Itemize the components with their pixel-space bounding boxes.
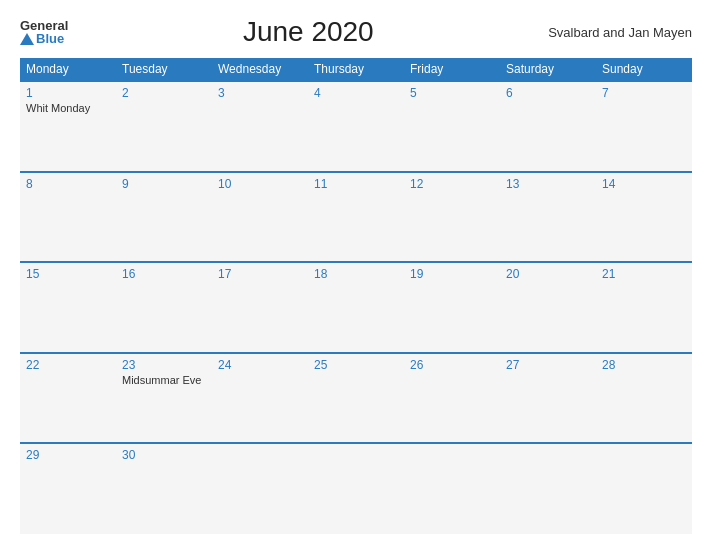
table-row: 15 xyxy=(20,262,116,353)
table-row: 21 xyxy=(596,262,692,353)
day-number: 7 xyxy=(602,86,686,100)
day-number: 10 xyxy=(218,177,302,191)
calendar-week-row: 2930 xyxy=(20,443,692,534)
calendar-week-row: 15161718192021 xyxy=(20,262,692,353)
calendar-week-row: 1Whit Monday234567 xyxy=(20,81,692,172)
table-row: 13 xyxy=(500,172,596,263)
day-number: 15 xyxy=(26,267,110,281)
table-row: 27 xyxy=(500,353,596,444)
calendar-header: General Blue June 2020 Svalbard and Jan … xyxy=(20,16,692,48)
table-row: 9 xyxy=(116,172,212,263)
day-number: 25 xyxy=(314,358,398,372)
table-row: 12 xyxy=(404,172,500,263)
calendar-week-row: 891011121314 xyxy=(20,172,692,263)
weekday-thursday: Thursday xyxy=(308,58,404,81)
day-number: 23 xyxy=(122,358,206,372)
day-number: 14 xyxy=(602,177,686,191)
table-row: 17 xyxy=(212,262,308,353)
weekday-sunday: Sunday xyxy=(596,58,692,81)
day-number: 19 xyxy=(410,267,494,281)
day-number: 1 xyxy=(26,86,110,100)
calendar-page: General Blue June 2020 Svalbard and Jan … xyxy=(0,0,712,550)
table-row xyxy=(404,443,500,534)
table-row: 14 xyxy=(596,172,692,263)
day-number: 26 xyxy=(410,358,494,372)
day-number: 18 xyxy=(314,267,398,281)
table-row: 30 xyxy=(116,443,212,534)
weekday-saturday: Saturday xyxy=(500,58,596,81)
table-row: 16 xyxy=(116,262,212,353)
day-number: 2 xyxy=(122,86,206,100)
day-number: 16 xyxy=(122,267,206,281)
day-number: 4 xyxy=(314,86,398,100)
table-row: 25 xyxy=(308,353,404,444)
calendar-week-row: 2223Midsummar Eve2425262728 xyxy=(20,353,692,444)
table-row: 1Whit Monday xyxy=(20,81,116,172)
table-row xyxy=(308,443,404,534)
table-row: 4 xyxy=(308,81,404,172)
table-row: 28 xyxy=(596,353,692,444)
logo: General Blue xyxy=(20,19,68,45)
weekday-header-row: Monday Tuesday Wednesday Thursday Friday… xyxy=(20,58,692,81)
day-number: 12 xyxy=(410,177,494,191)
table-row: 18 xyxy=(308,262,404,353)
day-event: Whit Monday xyxy=(26,102,110,114)
day-number: 8 xyxy=(26,177,110,191)
table-row: 2 xyxy=(116,81,212,172)
table-row: 7 xyxy=(596,81,692,172)
day-number: 28 xyxy=(602,358,686,372)
day-number: 30 xyxy=(122,448,206,462)
table-row: 5 xyxy=(404,81,500,172)
region-label: Svalbard and Jan Mayen xyxy=(548,25,692,40)
day-number: 29 xyxy=(26,448,110,462)
table-row: 26 xyxy=(404,353,500,444)
table-row: 19 xyxy=(404,262,500,353)
weekday-wednesday: Wednesday xyxy=(212,58,308,81)
calendar-table: Monday Tuesday Wednesday Thursday Friday… xyxy=(20,58,692,534)
table-row xyxy=(500,443,596,534)
table-row xyxy=(596,443,692,534)
table-row: 10 xyxy=(212,172,308,263)
day-number: 21 xyxy=(602,267,686,281)
logo-blue-text: Blue xyxy=(20,32,68,45)
day-number: 5 xyxy=(410,86,494,100)
weekday-monday: Monday xyxy=(20,58,116,81)
day-number: 6 xyxy=(506,86,590,100)
day-number: 13 xyxy=(506,177,590,191)
table-row: 11 xyxy=(308,172,404,263)
table-row: 6 xyxy=(500,81,596,172)
weekday-friday: Friday xyxy=(404,58,500,81)
day-number: 17 xyxy=(218,267,302,281)
table-row: 3 xyxy=(212,81,308,172)
table-row xyxy=(212,443,308,534)
table-row: 29 xyxy=(20,443,116,534)
weekday-tuesday: Tuesday xyxy=(116,58,212,81)
logo-triangle-icon xyxy=(20,33,34,45)
day-number: 24 xyxy=(218,358,302,372)
day-number: 20 xyxy=(506,267,590,281)
table-row: 20 xyxy=(500,262,596,353)
day-number: 27 xyxy=(506,358,590,372)
day-number: 9 xyxy=(122,177,206,191)
table-row: 8 xyxy=(20,172,116,263)
table-row: 23Midsummar Eve xyxy=(116,353,212,444)
day-number: 3 xyxy=(218,86,302,100)
day-event: Midsummar Eve xyxy=(122,374,206,386)
calendar-title: June 2020 xyxy=(68,16,548,48)
table-row: 22 xyxy=(20,353,116,444)
day-number: 22 xyxy=(26,358,110,372)
table-row: 24 xyxy=(212,353,308,444)
day-number: 11 xyxy=(314,177,398,191)
